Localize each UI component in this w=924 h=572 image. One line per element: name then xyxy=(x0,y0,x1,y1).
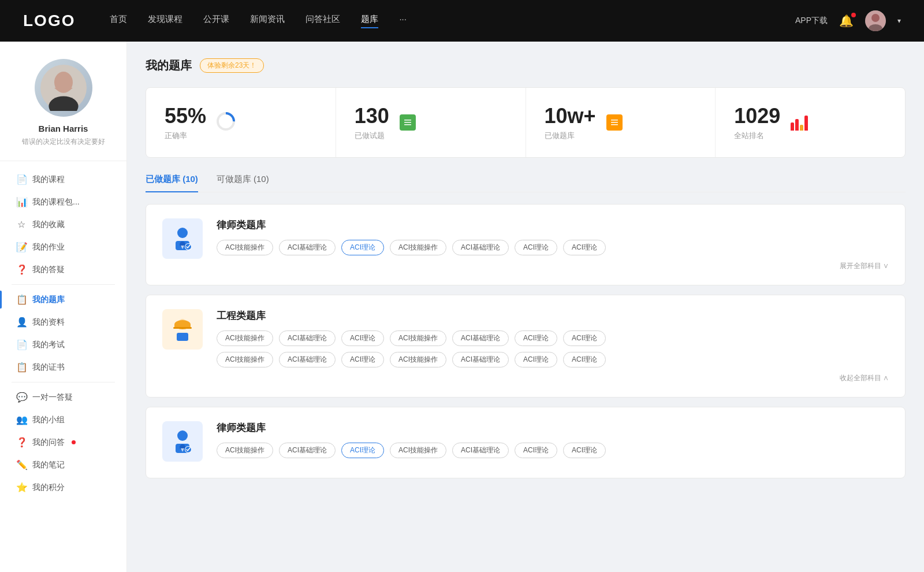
sidebar-item-1on1[interactable]: 💬 一对一答疑 xyxy=(0,386,126,408)
eng-tag-r1-5[interactable]: ACI理论 xyxy=(515,330,557,346)
qbank-lawyer-2-content: 律师类题库 ACI技能操作 ACI基础理论 ACI理论 ACI技能操作 ACI基… xyxy=(217,421,889,464)
eng-tag-r2-2[interactable]: ACI理论 xyxy=(341,352,384,367)
l2-tag-6[interactable]: ACI理论 xyxy=(563,443,606,458)
sidebar-item-qa[interactable]: ❓ 我的答疑 xyxy=(0,258,126,281)
nav-discover[interactable]: 发现课程 xyxy=(148,14,182,28)
sidebar-label-packages: 我的课程包... xyxy=(32,197,80,207)
sidebar-item-exam[interactable]: 📄 我的考试 xyxy=(0,333,126,356)
sidebar-item-favorites[interactable]: ☆ 我的收藏 xyxy=(0,213,126,236)
eng-tag-r2-6[interactable]: ACI理论 xyxy=(563,352,606,367)
navbar-right: APP下载 🔔 ▾ xyxy=(795,10,901,31)
lawyer-figure-icon-2 xyxy=(170,429,195,454)
qbank-card-lawyer-1: 律师类题库 ACI技能操作 ACI基础理论 ACI理论 ACI技能操作 ACI基… xyxy=(146,204,906,285)
eng-tag-r2-0[interactable]: ACI技能操作 xyxy=(217,352,273,367)
page-header: 我的题库 体验剩余23天！ xyxy=(146,58,906,73)
l2-tag-0[interactable]: ACI技能操作 xyxy=(217,443,273,458)
stat-accuracy: 55% 正确率 xyxy=(146,88,336,157)
banks-label: 已做题库 xyxy=(545,131,596,141)
sidebar: Brian Harris 错误的决定比没有决定要好 📄 我的课程 📊 我的课程包… xyxy=(0,42,127,572)
eng-tag-r1-4[interactable]: ACI基础理论 xyxy=(452,330,509,346)
tab-available-banks[interactable]: 可做题库 (10) xyxy=(217,174,269,192)
l2-tag-2-active[interactable]: ACI理论 xyxy=(341,443,384,458)
sidebar-label-certificate: 我的证书 xyxy=(32,362,65,373)
l2-tag-4[interactable]: ACI基础理论 xyxy=(452,443,509,458)
sidebar-avatar xyxy=(35,59,92,117)
eng-tag-r2-3[interactable]: ACI技能操作 xyxy=(390,352,446,367)
stat-done-questions: 130 已做试题 xyxy=(336,88,526,157)
l2-tag-1[interactable]: ACI基础理论 xyxy=(279,443,336,458)
tag-4[interactable]: ACI基础理论 xyxy=(452,240,509,255)
eng-tag-r1-1[interactable]: ACI基础理论 xyxy=(279,330,336,346)
navbar-menu: 首页 发现课程 公开课 新闻资讯 问答社区 题库 ··· xyxy=(110,14,795,28)
questions-icon: ❓ xyxy=(16,437,27,448)
user-avatar[interactable] xyxy=(865,10,886,31)
stat-done-value: 130 已做试题 xyxy=(355,104,389,141)
sidebar-profile: Brian Harris 错误的决定比没有决定要好 xyxy=(0,59,126,161)
qbank-tabs: 已做题库 (10) 可做题库 (10) xyxy=(146,174,906,192)
sidebar-item-course-packages[interactable]: 📊 我的课程包... xyxy=(0,191,126,213)
qbank-lawyer-2-title: 律师类题库 xyxy=(217,421,889,434)
user-menu-chevron[interactable]: ▾ xyxy=(897,17,901,25)
sidebar-label-notes: 我的笔记 xyxy=(32,460,65,470)
nav-news[interactable]: 新闻资讯 xyxy=(250,14,285,28)
qbank-lawyer-1-content: 律师类题库 ACI技能操作 ACI基础理论 ACI理论 ACI技能操作 ACI基… xyxy=(217,218,889,271)
sidebar-label-qbank: 我的题库 xyxy=(32,295,65,305)
sidebar-label-courses: 我的课程 xyxy=(32,174,65,185)
svg-rect-12 xyxy=(404,124,411,125)
sidebar-item-points[interactable]: ⭐ 我的积分 xyxy=(0,476,126,499)
notification-bell[interactable]: 🔔 xyxy=(839,14,854,28)
stat-rank-value: 1029 全站排名 xyxy=(734,104,780,141)
points-icon: ⭐ xyxy=(16,482,27,493)
sidebar-item-groups[interactable]: 👥 我的小组 xyxy=(0,408,126,431)
nav-home[interactable]: 首页 xyxy=(110,14,127,28)
eng-tag-r2-1[interactable]: ACI基础理论 xyxy=(279,352,336,367)
eng-tag-r2-5[interactable]: ACI理论 xyxy=(515,352,557,367)
svg-point-26 xyxy=(177,430,188,441)
lawyer-icon-wrap-2 xyxy=(162,421,203,462)
tag-1[interactable]: ACI基础理论 xyxy=(279,240,336,255)
app-download-link[interactable]: APP下载 xyxy=(795,16,828,26)
l2-tag-3[interactable]: ACI技能操作 xyxy=(390,443,446,458)
sidebar-item-profile[interactable]: 👤 我的资料 xyxy=(0,311,126,333)
eng-tag-r1-0[interactable]: ACI技能操作 xyxy=(217,330,273,346)
sidebar-item-homework[interactable]: 📝 我的作业 xyxy=(0,236,126,258)
sidebar-label-exam: 我的考试 xyxy=(32,340,65,350)
sidebar-label-groups: 我的小组 xyxy=(32,415,65,425)
sidebar-label-1on1: 一对一答疑 xyxy=(32,392,73,403)
eng-tag-r1-6[interactable]: ACI理论 xyxy=(563,330,606,346)
nav-open-course[interactable]: 公开课 xyxy=(203,14,229,28)
svg-point-24 xyxy=(179,319,186,326)
sidebar-item-questions[interactable]: ❓ 我的问答 xyxy=(0,431,126,454)
sidebar-menu: 📄 我的课程 📊 我的课程包... ☆ 我的收藏 📝 我的作业 ❓ 我的答疑 � xyxy=(0,161,126,506)
tag-0[interactable]: ACI技能操作 xyxy=(217,240,273,255)
expand-link-1[interactable]: 展开全部科目 ∨ xyxy=(217,261,889,271)
eng-tag-r1-2[interactable]: ACI理论 xyxy=(341,330,384,346)
l2-tag-5[interactable]: ACI理论 xyxy=(515,443,557,458)
list-green-icon xyxy=(400,114,416,131)
eng-tag-r1-3[interactable]: ACI技能操作 xyxy=(390,330,446,346)
notification-dot xyxy=(851,13,856,17)
profile-photo xyxy=(35,59,92,117)
tag-6[interactable]: ACI理论 xyxy=(563,240,606,255)
qa-icon: ❓ xyxy=(16,264,27,275)
navbar: LOGO 首页 发现课程 公开课 新闻资讯 问答社区 题库 ··· APP下载 … xyxy=(0,0,924,42)
sidebar-item-notes[interactable]: ✏️ 我的笔记 xyxy=(0,454,126,476)
nav-qbank[interactable]: 题库 xyxy=(361,14,378,28)
engineering-icon-wrap xyxy=(162,309,203,350)
nav-qa[interactable]: 问答社区 xyxy=(305,14,340,28)
sidebar-item-courses[interactable]: 📄 我的课程 xyxy=(0,168,126,191)
nav-more[interactable]: ··· xyxy=(399,14,407,28)
tag-5[interactable]: ACI理论 xyxy=(515,240,557,255)
favorites-icon: ☆ xyxy=(16,219,27,230)
done-label: 已做试题 xyxy=(355,131,389,141)
qbank-card-lawyer-1-header: 律师类题库 ACI技能操作 ACI基础理论 ACI理论 ACI技能操作 ACI基… xyxy=(162,218,889,271)
collapse-link-engineering[interactable]: 收起全部科目 ∧ xyxy=(217,373,889,383)
sidebar-item-certificate[interactable]: 📋 我的证书 xyxy=(0,356,126,378)
accuracy-label: 正确率 xyxy=(165,131,206,141)
pie-chart-icon xyxy=(217,112,235,133)
tab-done-banks[interactable]: 已做题库 (10) xyxy=(146,174,198,192)
sidebar-item-qbank[interactable]: 📋 我的题库 xyxy=(0,288,126,311)
tag-3[interactable]: ACI技能操作 xyxy=(390,240,446,255)
eng-tag-r2-4[interactable]: ACI基础理论 xyxy=(452,352,509,367)
tag-2-active[interactable]: ACI理论 xyxy=(341,240,384,255)
